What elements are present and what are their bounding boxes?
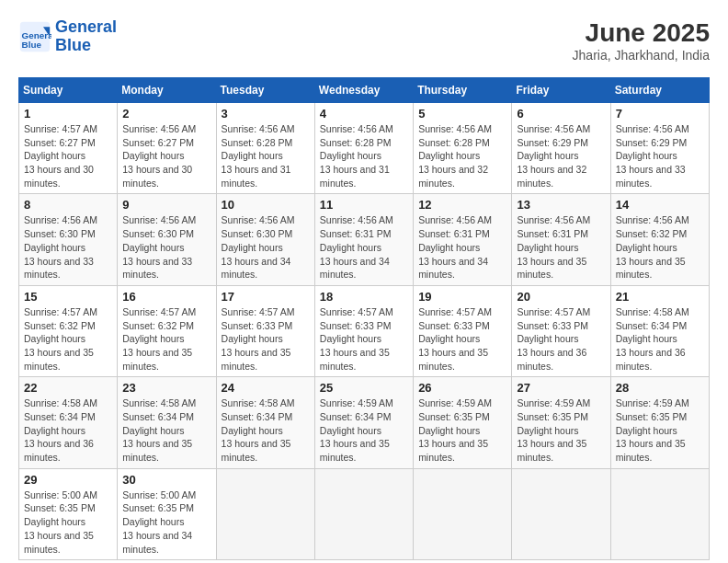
day-number: 18: [320, 290, 408, 304]
day-cell: 15Sunrise: 4:57 AMSunset: 6:32 PMDayligh…: [19, 285, 118, 376]
day-cell: 20Sunrise: 4:57 AMSunset: 6:33 PMDayligh…: [512, 285, 610, 376]
day-cell: 1Sunrise: 4:57 AMSunset: 6:27 PMDaylight…: [19, 103, 118, 194]
day-number: 22: [24, 381, 112, 395]
day-cell: 25Sunrise: 4:59 AMSunset: 6:34 PMDayligh…: [314, 377, 413, 468]
day-number: 23: [122, 381, 210, 395]
day-number: 13: [517, 198, 605, 212]
day-number: 2: [122, 107, 210, 121]
day-info: Sunrise: 4:56 AMSunset: 6:32 PMDaylight …: [616, 213, 704, 281]
day-number: 9: [122, 198, 210, 212]
week-row: 8Sunrise: 4:56 AMSunset: 6:30 PMDaylight…: [19, 194, 710, 285]
day-number: 30: [122, 473, 210, 487]
col-header-sunday: Sunday: [19, 78, 118, 103]
empty-cell: [512, 468, 610, 559]
day-info: Sunrise: 4:56 AMSunset: 6:30 PMDaylight …: [122, 213, 210, 281]
day-info: Sunrise: 4:58 AMSunset: 6:34 PMDaylight …: [24, 396, 112, 464]
col-header-tuesday: Tuesday: [216, 78, 314, 103]
day-info: Sunrise: 4:57 AMSunset: 6:27 PMDaylight …: [24, 122, 112, 190]
day-number: 19: [418, 290, 506, 304]
day-info: Sunrise: 4:56 AMSunset: 6:31 PMDaylight …: [418, 213, 506, 281]
day-cell: 30Sunrise: 5:00 AMSunset: 6:35 PMDayligh…: [118, 468, 216, 559]
day-cell: 29Sunrise: 5:00 AMSunset: 6:35 PMDayligh…: [19, 468, 118, 559]
day-cell: 26Sunrise: 4:59 AMSunset: 6:35 PMDayligh…: [414, 377, 512, 468]
logo: General Blue General Blue: [18, 18, 117, 55]
day-info: Sunrise: 4:57 AMSunset: 6:32 PMDaylight …: [122, 305, 210, 373]
week-row: 1Sunrise: 4:57 AMSunset: 6:27 PMDaylight…: [19, 103, 710, 194]
day-cell: 9Sunrise: 4:56 AMSunset: 6:30 PMDaylight…: [118, 194, 216, 285]
day-cell: 12Sunrise: 4:56 AMSunset: 6:31 PMDayligh…: [414, 194, 512, 285]
day-info: Sunrise: 4:59 AMSunset: 6:35 PMDaylight …: [616, 396, 704, 464]
day-info: Sunrise: 4:59 AMSunset: 6:35 PMDaylight …: [418, 396, 506, 464]
title-block: June 2025 Jharia, Jharkhand, India: [573, 18, 710, 63]
day-cell: 16Sunrise: 4:57 AMSunset: 6:32 PMDayligh…: [118, 285, 216, 376]
day-cell: 28Sunrise: 4:59 AMSunset: 6:35 PMDayligh…: [610, 377, 709, 468]
logo-line1: General: [55, 17, 117, 36]
week-row: 22Sunrise: 4:58 AMSunset: 6:34 PMDayligh…: [19, 377, 710, 468]
month-title: June 2025: [573, 18, 710, 48]
day-cell: 13Sunrise: 4:56 AMSunset: 6:31 PMDayligh…: [512, 194, 610, 285]
day-cell: 3Sunrise: 4:56 AMSunset: 6:28 PMDaylight…: [216, 103, 314, 194]
calendar-table: SundayMondayTuesdayWednesdayThursdayFrid…: [18, 77, 710, 560]
day-info: Sunrise: 4:56 AMSunset: 6:28 PMDaylight …: [320, 122, 408, 190]
day-number: 8: [24, 198, 112, 212]
day-cell: 21Sunrise: 4:58 AMSunset: 6:34 PMDayligh…: [610, 285, 709, 376]
day-info: Sunrise: 4:59 AMSunset: 6:35 PMDaylight …: [517, 396, 605, 464]
day-number: 25: [320, 381, 408, 395]
day-info: Sunrise: 4:57 AMSunset: 6:32 PMDaylight …: [24, 305, 112, 373]
empty-cell: [314, 468, 413, 559]
day-cell: 11Sunrise: 4:56 AMSunset: 6:31 PMDayligh…: [314, 194, 413, 285]
location: Jharia, Jharkhand, India: [573, 48, 710, 63]
day-number: 14: [616, 198, 704, 212]
col-header-thursday: Thursday: [414, 78, 512, 103]
day-number: 26: [418, 381, 506, 395]
day-info: Sunrise: 4:56 AMSunset: 6:31 PMDaylight …: [517, 213, 605, 281]
day-cell: 6Sunrise: 4:56 AMSunset: 6:29 PMDaylight…: [512, 103, 610, 194]
day-number: 28: [616, 381, 704, 395]
day-cell: 27Sunrise: 4:59 AMSunset: 6:35 PMDayligh…: [512, 377, 610, 468]
day-number: 21: [616, 290, 704, 304]
day-cell: 17Sunrise: 4:57 AMSunset: 6:33 PMDayligh…: [216, 285, 314, 376]
header: General Blue General Blue June 2025 Jhar…: [18, 18, 710, 63]
day-info: Sunrise: 4:57 AMSunset: 6:33 PMDaylight …: [517, 305, 605, 373]
day-cell: 8Sunrise: 4:56 AMSunset: 6:30 PMDaylight…: [19, 194, 118, 285]
day-info: Sunrise: 5:00 AMSunset: 6:35 PMDaylight …: [24, 488, 112, 556]
header-row: SundayMondayTuesdayWednesdayThursdayFrid…: [19, 78, 710, 103]
day-number: 29: [24, 473, 112, 487]
day-number: 10: [222, 198, 310, 212]
day-cell: 4Sunrise: 4:56 AMSunset: 6:28 PMDaylight…: [314, 103, 413, 194]
day-cell: 22Sunrise: 4:58 AMSunset: 6:34 PMDayligh…: [19, 377, 118, 468]
day-info: Sunrise: 4:56 AMSunset: 6:30 PMDaylight …: [222, 213, 310, 281]
col-header-monday: Monday: [118, 78, 216, 103]
svg-text:Blue: Blue: [22, 39, 42, 49]
col-header-saturday: Saturday: [610, 78, 709, 103]
day-info: Sunrise: 4:56 AMSunset: 6:30 PMDaylight …: [24, 213, 112, 281]
day-info: Sunrise: 5:00 AMSunset: 6:35 PMDaylight …: [122, 488, 210, 556]
day-info: Sunrise: 4:56 AMSunset: 6:27 PMDaylight …: [122, 122, 210, 190]
day-number: 4: [320, 107, 408, 121]
day-info: Sunrise: 4:57 AMSunset: 6:33 PMDaylight …: [222, 305, 310, 373]
day-cell: 19Sunrise: 4:57 AMSunset: 6:33 PMDayligh…: [414, 285, 512, 376]
empty-cell: [216, 468, 314, 559]
week-row: 29Sunrise: 5:00 AMSunset: 6:35 PMDayligh…: [19, 468, 710, 559]
day-number: 27: [517, 381, 605, 395]
day-number: 17: [222, 290, 310, 304]
day-cell: 7Sunrise: 4:56 AMSunset: 6:29 PMDaylight…: [610, 103, 709, 194]
day-number: 20: [517, 290, 605, 304]
day-number: 24: [222, 381, 310, 395]
day-number: 5: [418, 107, 506, 121]
col-header-wednesday: Wednesday: [314, 78, 413, 103]
day-info: Sunrise: 4:56 AMSunset: 6:31 PMDaylight …: [320, 213, 408, 281]
day-info: Sunrise: 4:58 AMSunset: 6:34 PMDaylight …: [616, 305, 704, 373]
day-number: 16: [122, 290, 210, 304]
day-info: Sunrise: 4:57 AMSunset: 6:33 PMDaylight …: [320, 305, 408, 373]
empty-cell: [414, 468, 512, 559]
logo-line2: Blue: [55, 36, 91, 54]
day-info: Sunrise: 4:56 AMSunset: 6:29 PMDaylight …: [517, 122, 605, 190]
day-cell: 10Sunrise: 4:56 AMSunset: 6:30 PMDayligh…: [216, 194, 314, 285]
day-cell: 14Sunrise: 4:56 AMSunset: 6:32 PMDayligh…: [610, 194, 709, 285]
logo-icon: General Blue: [18, 20, 51, 53]
day-number: 7: [616, 107, 704, 121]
col-header-friday: Friday: [512, 78, 610, 103]
day-cell: 5Sunrise: 4:56 AMSunset: 6:28 PMDaylight…: [414, 103, 512, 194]
day-info: Sunrise: 4:58 AMSunset: 6:34 PMDaylight …: [222, 396, 310, 464]
